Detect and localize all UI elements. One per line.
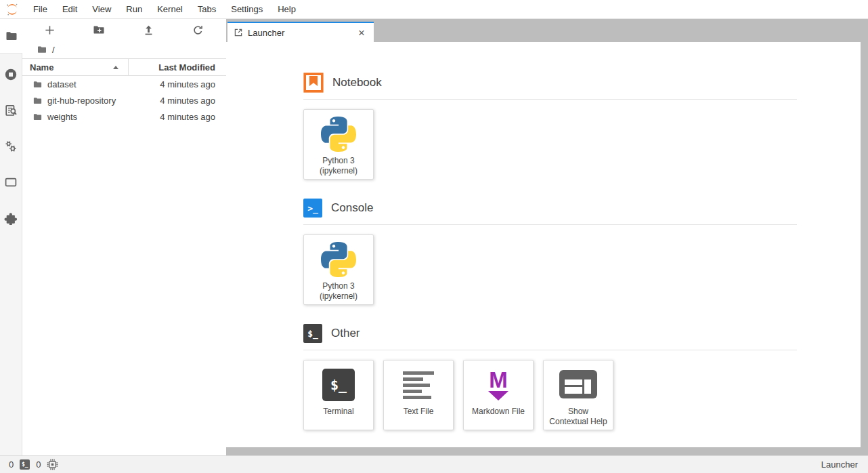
menu-run[interactable]: Run xyxy=(118,0,150,19)
text-file-icon xyxy=(403,371,434,399)
section-divider xyxy=(303,224,797,225)
file-modified: 4 minutes ago xyxy=(160,79,226,89)
tab-launcher[interactable]: Launcher × xyxy=(227,22,374,42)
card-label: Terminal xyxy=(320,407,356,417)
terminal-icon: $_ xyxy=(303,324,322,343)
card-label: Python 3 (ipykernel) xyxy=(317,281,360,302)
file-search-icon xyxy=(4,104,18,117)
section-divider xyxy=(303,350,797,350)
folder-icon xyxy=(32,96,43,106)
file-name: dataset xyxy=(47,79,77,89)
kernels-count: 0 xyxy=(36,459,41,470)
launcher-panel: Notebook Python 3 (ipykernel) xyxy=(226,42,861,447)
file-modified: 4 minutes ago xyxy=(160,112,226,122)
launcher-card-terminal[interactable]: $_ Terminal xyxy=(303,360,374,430)
file-row-git-hub-repository[interactable]: git-hub-repository 4 minutes ago xyxy=(22,92,226,108)
status-mode-label: Launcher xyxy=(821,459,868,470)
jupyter-logo-icon xyxy=(5,3,19,16)
sidebar-item-extension-manager[interactable] xyxy=(0,200,22,236)
upload-button[interactable] xyxy=(140,22,156,38)
sidebar-item-running-kernels[interactable] xyxy=(0,56,22,92)
file-browser-panel: / Name Last Modified dataset 4 minutes a… xyxy=(22,19,226,455)
python-logo-icon xyxy=(321,117,356,152)
folder-icon xyxy=(32,79,43,89)
menu-help[interactable]: Help xyxy=(270,0,303,19)
launcher-card-notebook-python3[interactable]: Python 3 (ipykernel) xyxy=(303,109,374,180)
stop-circle-icon xyxy=(4,68,18,81)
launcher-tab-icon xyxy=(234,28,243,37)
menu-settings[interactable]: Settings xyxy=(223,0,270,19)
menu-edit[interactable]: Edit xyxy=(55,0,85,19)
contextual-help-icon xyxy=(559,367,597,403)
section-other: $_ Other $_ Terminal xyxy=(303,323,797,430)
launcher-card-markdown-file[interactable]: M Markdown File xyxy=(463,360,534,430)
last-modified-column-label: Last Modified xyxy=(158,62,215,73)
launcher-card-console-python3[interactable]: Python 3 (ipykernel) xyxy=(303,234,374,305)
kernel-terminal-status[interactable]: 0 $_ 0 xyxy=(0,459,58,470)
section-header-other: $_ Other xyxy=(303,323,797,344)
puzzle-icon xyxy=(4,211,18,225)
section-notebook: Notebook Python 3 (ipykernel) xyxy=(303,73,797,180)
breadcrumb-root[interactable]: / xyxy=(52,45,55,55)
main-dock-area: Launcher × Notebook xyxy=(226,19,868,455)
left-activity-bar xyxy=(0,19,22,455)
folder-icon xyxy=(32,112,43,122)
new-launcher-button[interactable] xyxy=(41,22,58,38)
file-name: git-hub-repository xyxy=(47,96,116,106)
sidebar-item-inspector[interactable] xyxy=(0,92,22,128)
refresh-button[interactable] xyxy=(190,22,206,38)
file-modified: 4 minutes ago xyxy=(160,96,226,106)
file-row-weights[interactable]: weights 4 minutes ago xyxy=(22,108,226,125)
launcher-card-show-contextual-help[interactable]: Show Contextual Help xyxy=(543,360,613,430)
console-icon: >_ xyxy=(303,199,322,218)
terminals-count: 0 xyxy=(9,459,14,470)
kernel-chip-icon xyxy=(47,459,58,470)
section-header-console: >_ Console xyxy=(303,198,797,218)
folder-icon xyxy=(5,29,18,43)
sidebar-item-property-inspector[interactable] xyxy=(0,128,22,164)
menu-view[interactable]: View xyxy=(85,0,118,19)
sort-ascending-icon xyxy=(113,66,118,69)
new-folder-button[interactable] xyxy=(91,22,107,38)
tab-label: Launcher xyxy=(248,28,284,38)
sidebar-item-open-tabs[interactable] xyxy=(0,164,22,200)
breadcrumb: / xyxy=(22,41,226,58)
name-column-label: Name xyxy=(30,62,53,73)
section-divider xyxy=(303,99,797,100)
folder-icon[interactable] xyxy=(37,44,47,55)
menu-bar: File Edit View Run Kernel Tabs Settings … xyxy=(0,0,868,19)
terminal-icon: $_ xyxy=(322,369,355,401)
section-title: Other xyxy=(331,327,360,340)
section-title: Console xyxy=(331,201,373,215)
column-header-name[interactable]: Name xyxy=(22,59,129,75)
python-logo-icon xyxy=(321,242,356,277)
launcher-card-text-file[interactable]: Text File xyxy=(383,360,454,430)
terminal-icon: $_ xyxy=(20,459,30,470)
menu-kernel[interactable]: Kernel xyxy=(150,0,190,19)
gears-icon xyxy=(4,140,18,153)
sidebar-item-file-browser[interactable] xyxy=(0,19,22,53)
file-browser-toolbar xyxy=(22,19,226,41)
tab-bar: Launcher × xyxy=(226,19,868,42)
menu-file[interactable]: File xyxy=(26,0,55,19)
status-bar: 0 $_ 0 Launcher xyxy=(0,455,868,473)
file-list-header: Name Last Modified xyxy=(22,58,226,76)
file-row-dataset[interactable]: dataset 4 minutes ago xyxy=(22,76,226,92)
section-console: >_ Console Python 3 ( xyxy=(303,198,797,305)
tab-outline-icon xyxy=(4,176,18,189)
card-label: Text File xyxy=(401,407,437,417)
card-label: Markdown File xyxy=(469,407,527,417)
section-title: Notebook xyxy=(332,76,382,89)
card-label: Python 3 (ipykernel) xyxy=(317,156,360,176)
menu-tabs[interactable]: Tabs xyxy=(190,0,223,19)
column-header-last-modified[interactable]: Last Modified xyxy=(129,59,226,75)
markdown-icon: M xyxy=(488,369,508,400)
section-header-notebook: Notebook xyxy=(303,73,797,93)
file-name: weights xyxy=(47,112,77,122)
notebook-icon xyxy=(303,73,324,93)
card-label: Show Contextual Help xyxy=(546,407,609,427)
close-icon[interactable]: × xyxy=(355,27,368,39)
